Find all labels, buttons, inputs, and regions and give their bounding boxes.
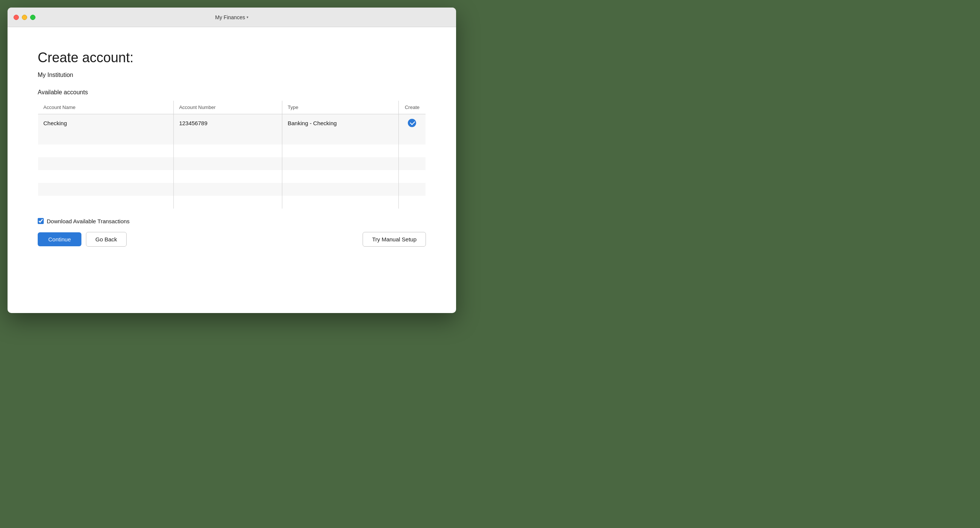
window-content: Create account: My Institution Available… [8,27,456,313]
window-title: My Finances ▾ [215,14,248,20]
cell-account-type: Banking - Checking [282,114,399,132]
col-header-create: Create [398,101,426,114]
col-header-type: Type [282,101,399,114]
download-transactions-row: Download Available Transactions [38,218,426,224]
table-row: Checking 123456789 Banking - Checking [38,114,426,132]
col-header-account-number: Account Number [174,101,282,114]
page-title: Create account: [38,50,426,65]
create-checkbox-checked[interactable] [408,119,416,127]
minimize-button[interactable] [22,15,27,20]
table-row-empty [38,157,426,170]
col-header-account-name: Account Name [38,101,174,114]
download-transactions-checkbox[interactable] [38,218,44,224]
section-label: Available accounts [38,89,426,96]
table-row-empty [38,183,426,196]
cell-account-number: 123456789 [174,114,282,132]
chevron-down-icon: ▾ [247,15,248,19]
table-row-empty [38,170,426,183]
table-header-row: Account Name Account Number Type Create [38,101,426,114]
titlebar: My Finances ▾ [8,8,456,27]
window-title-text: My Finances [215,14,245,20]
maximize-button[interactable] [30,15,35,20]
close-button[interactable] [14,15,19,20]
try-manual-setup-button[interactable]: Try Manual Setup [363,232,426,247]
table-row-empty [38,132,426,144]
table-row-empty [38,144,426,157]
accounts-table: Account Name Account Number Type Create … [38,100,426,209]
bottom-section: Download Available Transactions Continue… [38,218,426,247]
main-window: My Finances ▾ Create account: My Institu… [8,8,456,313]
cell-create[interactable] [398,114,426,132]
button-row: Continue Go Back Try Manual Setup [38,232,426,247]
traffic-lights [8,15,35,20]
cell-account-name: Checking [38,114,174,132]
go-back-button[interactable]: Go Back [86,232,127,247]
continue-button[interactable]: Continue [38,232,81,246]
download-transactions-label: Download Available Transactions [47,218,130,224]
table-row-empty [38,196,426,209]
institution-name: My Institution [38,72,426,78]
